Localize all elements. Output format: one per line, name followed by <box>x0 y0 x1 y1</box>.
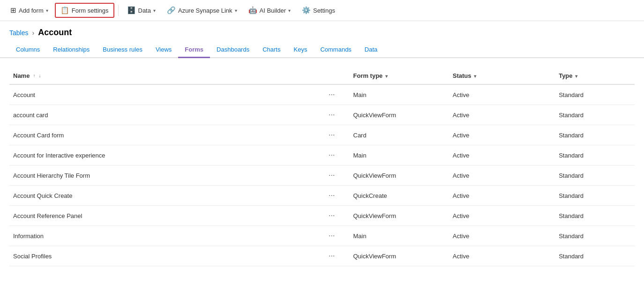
cell-formtype-5: QuickCreate <box>350 186 449 206</box>
tab-keys[interactable]: Keys <box>287 42 314 58</box>
cell-status-8: Active <box>449 246 555 266</box>
cell-name-3: Account for Interactive experience <box>9 145 322 166</box>
settings-label: Settings <box>313 7 335 14</box>
cell-dots-1[interactable]: ··· <box>322 105 350 125</box>
data-button[interactable]: 🗄️ Data ▾ <box>122 4 160 17</box>
cell-type-1: Standard <box>555 105 635 125</box>
table-row: Account ··· Main Active Standard <box>9 84 635 105</box>
cell-dots-4[interactable]: ··· <box>322 166 350 186</box>
ai-builder-icon: 🤖 <box>248 6 257 15</box>
azure-synapse-chevron-icon: ▾ <box>235 8 237 13</box>
cell-formtype-6: QuickViewForm <box>350 206 449 226</box>
settings-icon: ⚙️ <box>302 6 311 15</box>
cell-name-2: Account Card form <box>9 125 322 145</box>
tab-forms[interactable]: Forms <box>178 42 210 58</box>
cell-status-7: Active <box>449 226 555 246</box>
cell-dots-8[interactable]: ··· <box>322 246 350 266</box>
tab-relationships[interactable]: Relationships <box>46 42 96 58</box>
column-header-status[interactable]: Status ▾ <box>449 68 555 84</box>
breadcrumb-separator: › <box>32 29 34 37</box>
add-form-label: Add form <box>19 7 44 14</box>
cell-name-6: Account Reference Panel <box>9 206 322 226</box>
row-menu-button-6[interactable]: ··· <box>326 211 337 221</box>
cell-formtype-1: QuickViewForm <box>350 105 449 125</box>
table-row: Account Card form ··· Card Active Standa… <box>9 125 635 145</box>
row-menu-button-3[interactable]: ··· <box>326 150 337 160</box>
toolbar: ⊞ Add form ▾ 📋 Form settings 🗄️ Data ▾ 🔗… <box>0 0 644 21</box>
row-menu-button-7[interactable]: ··· <box>326 231 337 241</box>
cell-formtype-3: Main <box>350 145 449 166</box>
status-sort-icon: ▾ <box>474 74 476 79</box>
breadcrumb-tables-link[interactable]: Tables <box>9 29 28 37</box>
forms-table: Name ↑ ↓ Form type ▾ Status ▾ Type ▾ <box>9 68 635 266</box>
column-header-formtype[interactable]: Form type ▾ <box>350 68 449 84</box>
cell-status-5: Active <box>449 186 555 206</box>
row-menu-button-1[interactable]: ··· <box>326 110 337 120</box>
ai-builder-chevron-icon: ▾ <box>288 8 291 13</box>
form-settings-button[interactable]: 📋 Form settings <box>55 3 114 18</box>
tab-views[interactable]: Views <box>149 42 178 58</box>
row-menu-button-0[interactable]: ··· <box>326 90 337 100</box>
settings-button[interactable]: ⚙️ Settings <box>297 4 340 17</box>
azure-synapse-button[interactable]: 🔗 Azure Synapse Link ▾ <box>162 4 242 17</box>
tab-dashboards[interactable]: Dashboards <box>210 42 256 58</box>
tab-business-rules[interactable]: Business rules <box>96 42 149 58</box>
cell-dots-2[interactable]: ··· <box>322 125 350 145</box>
cell-type-4: Standard <box>555 166 635 186</box>
add-form-chevron-icon: ▾ <box>46 8 48 13</box>
cell-dots-5[interactable]: ··· <box>322 186 350 206</box>
column-header-name[interactable]: Name ↑ ↓ <box>9 68 322 84</box>
cell-status-0: Active <box>449 84 555 105</box>
name-sort-desc-icon[interactable]: ↓ <box>38 73 41 78</box>
cell-type-0: Standard <box>555 84 635 105</box>
tab-data[interactable]: Data <box>358 42 384 58</box>
cell-dots-3[interactable]: ··· <box>322 145 350 166</box>
row-menu-button-8[interactable]: ··· <box>326 251 337 261</box>
breadcrumb: Tables › Account <box>0 21 644 42</box>
table-row: Social Profiles ··· QuickViewForm Active… <box>9 246 635 266</box>
cell-formtype-0: Main <box>350 84 449 105</box>
row-menu-button-5[interactable]: ··· <box>326 190 337 201</box>
add-form-button[interactable]: ⊞ Add form ▾ <box>6 4 53 17</box>
table-header-row: Name ↑ ↓ Form type ▾ Status ▾ Type ▾ <box>9 68 635 84</box>
cell-dots-0[interactable]: ··· <box>322 84 350 105</box>
table-row: Information ··· Main Active Standard <box>9 226 635 246</box>
cell-dots-7[interactable]: ··· <box>322 226 350 246</box>
tab-charts[interactable]: Charts <box>256 42 287 58</box>
cell-type-8: Standard <box>555 246 635 266</box>
tab-columns[interactable]: Columns <box>9 42 46 58</box>
azure-synapse-icon: 🔗 <box>167 6 176 15</box>
data-chevron-icon: ▾ <box>153 8 156 13</box>
cell-status-6: Active <box>449 206 555 226</box>
cell-formtype-7: Main <box>350 226 449 246</box>
table-row: Account Reference Panel ··· QuickViewFor… <box>9 206 635 226</box>
row-menu-button-2[interactable]: ··· <box>326 130 337 140</box>
cell-formtype-4: QuickViewForm <box>350 166 449 186</box>
cell-name-8: Social Profiles <box>9 246 322 266</box>
cell-name-0: Account <box>9 84 322 105</box>
form-settings-icon: 📋 <box>60 6 69 15</box>
cell-dots-6[interactable]: ··· <box>322 206 350 226</box>
cell-type-5: Standard <box>555 186 635 206</box>
breadcrumb-current: Account <box>38 28 72 38</box>
cell-formtype-8: QuickViewForm <box>350 246 449 266</box>
form-settings-label: Form settings <box>72 7 109 14</box>
toolbar-separator-1 <box>118 5 119 16</box>
tab-commands[interactable]: Commands <box>314 42 358 58</box>
cell-type-2: Standard <box>555 125 635 145</box>
ai-builder-button[interactable]: 🤖 AI Builder ▾ <box>244 4 295 17</box>
column-header-dots-spacer <box>322 68 350 84</box>
name-sort-asc-icon[interactable]: ↑ <box>33 73 35 78</box>
cell-type-7: Standard <box>555 226 635 246</box>
cell-name-7: Information <box>9 226 322 246</box>
add-form-icon: ⊞ <box>10 6 16 15</box>
cell-status-4: Active <box>449 166 555 186</box>
row-menu-button-4[interactable]: ··· <box>326 170 337 181</box>
cell-status-3: Active <box>449 145 555 166</box>
cell-type-6: Standard <box>555 206 635 226</box>
cell-name-4: Account Hierarchy Tile Form <box>9 166 322 186</box>
nav-tabs: Columns Relationships Business rules Vie… <box>0 42 644 58</box>
formtype-sort-icon: ▾ <box>385 74 388 79</box>
data-label: Data <box>138 7 151 14</box>
column-header-type[interactable]: Type ▾ <box>555 68 635 84</box>
